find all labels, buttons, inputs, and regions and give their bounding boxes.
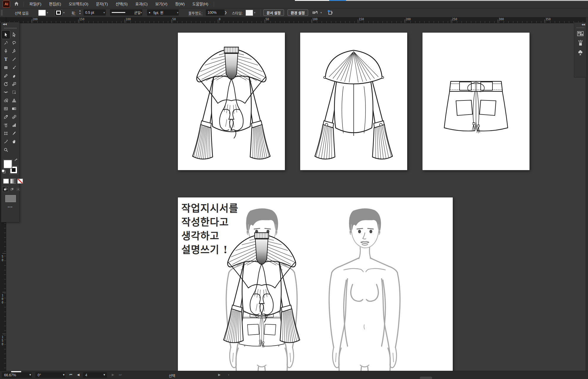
- horizontal-ruler[interactable]: 200 150 100 50 0 50 100 150 200 250 300 …: [0, 17, 588, 23]
- hand-tool[interactable]: [10, 137, 18, 146]
- type-tool[interactable]: T: [2, 55, 10, 63]
- magic-wand-tool[interactable]: [2, 39, 10, 47]
- menu-object[interactable]: 오브젝트(O): [65, 0, 92, 8]
- gradient-mode-button[interactable]: [10, 179, 16, 184]
- skirt-flat[interactable]: [432, 76, 520, 147]
- rectangle-tool[interactable]: [2, 63, 10, 72]
- opacity-expand-icon[interactable]: ❯: [224, 11, 227, 14]
- horizontal-scrollbar-thumb[interactable]: [420, 377, 432, 379]
- fill-color-swatch[interactable]: [38, 10, 46, 16]
- menu-file[interactable]: 파일(F): [26, 0, 45, 8]
- draw-inside-mode-button[interactable]: [16, 187, 21, 192]
- artboard-1-jacket-front[interactable]: [178, 33, 285, 170]
- free-transform-tool[interactable]: [10, 88, 18, 96]
- blend-tool[interactable]: [10, 113, 18, 121]
- slice-tool[interactable]: [10, 129, 18, 137]
- menu-help[interactable]: 도움말(H): [188, 0, 212, 8]
- pencil-tool[interactable]: [2, 72, 10, 80]
- share-icon[interactable]: [327, 10, 333, 16]
- rotation-chevron-icon[interactable]: ▾: [63, 373, 65, 377]
- stroke-weight-label[interactable]: 획:: [71, 11, 76, 16]
- home-icon[interactable]: [14, 1, 19, 7]
- direct-selection-tool[interactable]: [10, 31, 18, 39]
- controlbar-drag-handle[interactable]: [1, 10, 3, 15]
- last-artboard-icon[interactable]: ⏭: [119, 373, 122, 377]
- panel-collapse-icon[interactable]: ◀◀: [3, 23, 7, 26]
- artboard-list-chevron-icon[interactable]: ▾: [103, 373, 105, 377]
- menu-select[interactable]: 선택(S): [112, 0, 131, 8]
- artboard-4-croquis-sheet[interactable]: 작업지시서를 작성한다고 생각하고 설명쓰기 !: [178, 197, 453, 371]
- variable-width-profile-field[interactable]: 균일: [110, 9, 142, 16]
- opacity-label[interactable]: 불투명도:: [188, 11, 203, 16]
- symbols-panel-icon[interactable]: [575, 48, 585, 57]
- edit-toolbar-ellipsis-button[interactable]: •••: [1, 205, 19, 209]
- column-graph-tool[interactable]: [10, 121, 18, 129]
- zoom-chevron-icon[interactable]: ▾: [29, 373, 31, 377]
- fill-swatch[interactable]: [4, 160, 12, 168]
- jacket-on-figure[interactable]: [214, 229, 309, 343]
- paintbrush-tool[interactable]: [10, 63, 18, 72]
- first-artboard-icon[interactable]: ⏮: [69, 373, 72, 377]
- line-segment-tool[interactable]: [10, 55, 18, 63]
- scale-tool[interactable]: [10, 80, 18, 88]
- curvature-tool[interactable]: [10, 47, 18, 55]
- dock-drag-handle[interactable]: [577, 27, 584, 28]
- eraser-tool[interactable]: [10, 72, 18, 80]
- croquis-figure-template[interactable]: [320, 205, 409, 371]
- stroke-weight-stepper[interactable]: ▲▼: [79, 9, 81, 15]
- mesh-tool[interactable]: [2, 105, 10, 113]
- style-swatch[interactable]: [245, 10, 253, 16]
- document-setup-button[interactable]: 문서 설정: [263, 9, 284, 16]
- shape-builder-tool[interactable]: [2, 96, 10, 105]
- scroll-left-icon[interactable]: ‹: [228, 373, 229, 376]
- menu-type[interactable]: 문자(T): [92, 0, 112, 8]
- eyedropper-tool[interactable]: [2, 113, 10, 121]
- jacket-back-flat[interactable]: [305, 43, 402, 160]
- brush-chevron-icon[interactable]: ▾: [177, 11, 178, 14]
- menu-window[interactable]: 창(W): [171, 0, 188, 8]
- brush-definition-field[interactable]: ● 5pt. 원: [147, 9, 179, 16]
- color-mode-button[interactable]: [3, 179, 9, 184]
- draw-behind-mode-button[interactable]: [9, 187, 14, 192]
- previous-artboard-icon[interactable]: ◀: [77, 373, 79, 377]
- opacity-field[interactable]: 100%: [206, 9, 225, 16]
- none-mode-button[interactable]: [17, 179, 23, 184]
- jacket-front-flat[interactable]: [183, 43, 280, 160]
- menu-edit[interactable]: 편집(E): [45, 0, 65, 8]
- profile-chevron-icon[interactable]: ▾: [141, 11, 142, 14]
- dock-expand-icon[interactable]: ◀◀: [582, 23, 585, 26]
- symbol-sprayer-tool[interactable]: [2, 121, 10, 129]
- preferences-button[interactable]: 환경 설정: [288, 9, 308, 16]
- gradient-tool[interactable]: [10, 105, 18, 113]
- knife-tool[interactable]: [2, 137, 10, 146]
- artboards-panel-icon[interactable]: [575, 29, 585, 38]
- stroke-dropdown-chevron-icon[interactable]: ▾: [63, 11, 65, 14]
- zoom-tool[interactable]: [2, 146, 10, 154]
- rotate-tool[interactable]: [2, 80, 10, 88]
- perspective-grid-tool[interactable]: [10, 96, 18, 105]
- brushes-panel-icon[interactable]: [575, 39, 585, 48]
- status-expand-icon[interactable]: ▶: [218, 373, 220, 377]
- default-fill-stroke-icon[interactable]: [2, 169, 6, 175]
- menu-view[interactable]: 보기(V): [151, 0, 171, 8]
- app-logo-icon[interactable]: Ai: [3, 1, 10, 8]
- artboard-2-jacket-back[interactable]: [300, 33, 407, 170]
- selection-tool[interactable]: [2, 31, 10, 39]
- width-tool[interactable]: [2, 88, 10, 96]
- panel-drag-handle[interactable]: [4, 28, 16, 29]
- workspace-icon[interactable]: [312, 10, 318, 16]
- fill-dropdown-chevron-icon[interactable]: ▾: [47, 11, 48, 14]
- style-chevron-icon[interactable]: ▾: [254, 11, 255, 14]
- next-artboard-icon[interactable]: ▶: [112, 373, 114, 377]
- rotation-field[interactable]: 0°: [35, 372, 65, 378]
- lasso-tool[interactable]: [10, 39, 18, 47]
- pen-tool[interactable]: [2, 47, 10, 55]
- artboard-3-skirt[interactable]: [422, 33, 529, 170]
- stroke-weight-field[interactable]: 0.5 pt: [83, 9, 106, 16]
- swap-fill-stroke-icon[interactable]: [14, 158, 18, 163]
- screen-mode-button[interactable]: [5, 195, 16, 202]
- menu-effect[interactable]: 효과(C): [131, 0, 151, 8]
- workspace-chevron-icon[interactable]: ▾: [320, 11, 322, 14]
- stroke-weight-chevron-icon[interactable]: ▾: [103, 11, 105, 14]
- stroke-color-swatch[interactable]: [55, 10, 62, 16]
